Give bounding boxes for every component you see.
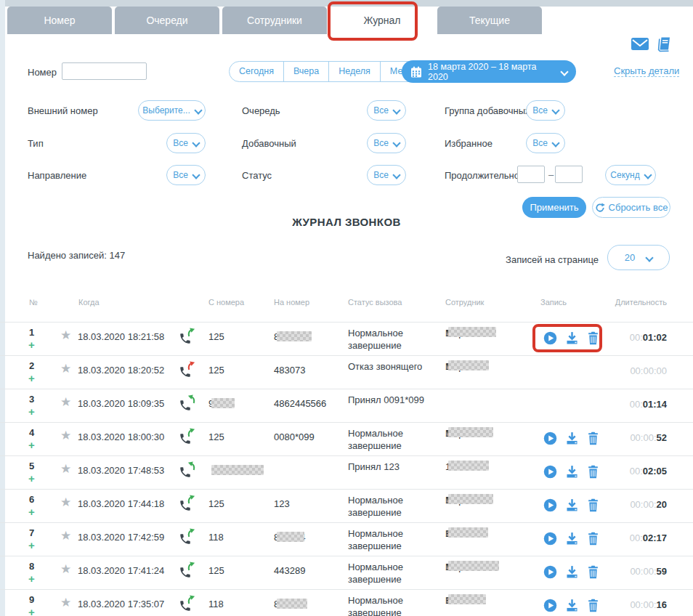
play-record-button[interactable]	[543, 331, 557, 345]
main-tabs: Номер Очереди Сотрудники Журнал Текущие	[7, 7, 542, 34]
call-status: Принял 123	[348, 461, 437, 473]
extension-group-select[interactable]: Все	[526, 100, 565, 121]
favorite-star-icon[interactable]: ★	[60, 596, 71, 609]
tab-zhurnal[interactable]: Журнал	[330, 7, 434, 34]
favorites-select[interactable]: Все	[526, 133, 565, 153]
reset-all-button[interactable]: Сбросить все	[592, 197, 670, 218]
favorite-star-icon[interactable]: ★	[60, 463, 71, 475]
delete-record-button[interactable]	[587, 498, 599, 512]
redacted-block	[448, 594, 486, 604]
delete-record-button[interactable]	[587, 465, 599, 479]
duration-min-input[interactable]	[517, 166, 545, 183]
per-page-select[interactable]: 20	[607, 245, 670, 270]
download-record-button[interactable]	[565, 431, 579, 445]
table-row: 2 + ★ 18.03.2020 18:20:52 125 483073 Отк…	[0, 356, 693, 389]
row-number: 1	[29, 327, 34, 338]
status-select[interactable]: Все	[367, 165, 406, 185]
play-record-button[interactable]	[543, 465, 557, 479]
call-journal-page: Номер Очереди Сотрудники Журнал Текущие …	[0, 0, 693, 616]
chevron-down-icon	[644, 171, 652, 179]
expand-row-button[interactable]: +	[28, 405, 35, 418]
expand-row-button[interactable]: +	[28, 439, 35, 451]
tab-nomer[interactable]: Номер	[7, 7, 112, 34]
play-record-button[interactable]	[543, 532, 557, 546]
record-actions	[543, 565, 599, 579]
apply-button[interactable]: Применить	[522, 197, 586, 218]
delete-record-button[interactable]	[587, 431, 599, 445]
expand-row-button[interactable]: +	[28, 572, 35, 585]
table-row: 4 + ★ 18.03.2020 18:00:30 125 0080*099 Н…	[0, 423, 693, 456]
tab-ocheredi[interactable]: Очереди	[115, 7, 219, 34]
favorite-star-icon[interactable]: ★	[60, 563, 71, 575]
expand-row-button[interactable]: +	[28, 472, 35, 485]
call-status: Принял 0091*099	[348, 394, 437, 406]
outgoing-arrow-icon	[185, 325, 197, 337]
outgoing-arrow-icon	[185, 426, 197, 437]
call-duration: 00:02:05	[630, 466, 667, 477]
call-status: Нормальное завершение	[348, 527, 437, 552]
call-status: Нормальное завершение	[348, 594, 437, 616]
col-record: Запись	[540, 298, 567, 307]
expand-row-button[interactable]: +	[28, 606, 35, 616]
range-yesterday-button[interactable]: Вчера	[283, 62, 328, 81]
range-week-button[interactable]: Неделя	[328, 62, 380, 81]
download-record-button[interactable]	[565, 498, 579, 512]
duration-unit-select[interactable]: Секунд	[605, 165, 656, 185]
range-today-button[interactable]: Сегодня	[230, 62, 283, 81]
favorite-star-icon[interactable]: ★	[60, 329, 71, 341]
expand-row-button[interactable]: +	[28, 339, 35, 351]
delete-record-button[interactable]	[587, 331, 599, 345]
play-record-button[interactable]	[543, 498, 557, 512]
redacted-block	[211, 398, 235, 408]
expand-row-button[interactable]: +	[28, 539, 35, 551]
date-range-picker[interactable]: 18 марта 2020 – 18 марта 2020	[402, 60, 576, 83]
table-row: 3 + ★ 18.03.2020 18:09:35 95347 48624455…	[0, 389, 693, 423]
download-record-button[interactable]	[565, 599, 579, 612]
external-number-label: Внешний номер	[28, 105, 98, 116]
play-record-button[interactable]	[543, 565, 557, 579]
play-record-button[interactable]	[543, 599, 557, 612]
external-number-select[interactable]: Выберите...	[138, 100, 206, 121]
tab-tekushchie[interactable]: Текущие	[437, 7, 542, 34]
call-datetime: 18.03.2020 17:48:53	[78, 465, 164, 476]
hide-details-link[interactable]: Скрыть детали	[614, 65, 679, 77]
download-record-button[interactable]	[565, 565, 579, 579]
call-status: Нормальное завершение	[348, 427, 437, 452]
duration-max-input[interactable]	[555, 166, 583, 183]
status-label: Статус	[242, 170, 272, 181]
call-duration: 00:00:20	[630, 499, 667, 510]
email-icon[interactable]	[631, 38, 649, 51]
favorite-star-icon[interactable]: ★	[60, 496, 71, 508]
delete-record-button[interactable]	[587, 565, 599, 579]
expand-row-button[interactable]: +	[28, 372, 35, 384]
journal-icon[interactable]	[656, 36, 673, 53]
tab-sotrudniki[interactable]: Сотрудники	[222, 7, 327, 34]
download-record-button[interactable]	[565, 331, 579, 345]
outgoing-arrow-icon	[185, 493, 197, 504]
redacted-block	[277, 532, 304, 542]
call-duration: 00:01:14	[630, 399, 667, 410]
call-direction-icon	[179, 363, 198, 381]
call-duration: 00:00:16	[630, 599, 667, 610]
favorite-star-icon[interactable]: ★	[60, 396, 71, 408]
extension-group-label: Группа добавочных	[445, 105, 530, 116]
expand-row-button[interactable]: +	[28, 506, 35, 518]
col-from: С номера	[208, 298, 244, 307]
play-record-button[interactable]	[543, 431, 557, 445]
type-select[interactable]: Все	[166, 133, 206, 153]
direction-select[interactable]: Все	[166, 165, 206, 185]
favorite-star-icon[interactable]: ★	[60, 429, 71, 442]
download-record-button[interactable]	[565, 465, 579, 479]
number-filter-input[interactable]	[62, 62, 147, 80]
number-filter-label: Номер	[28, 67, 57, 78]
favorite-star-icon[interactable]: ★	[60, 530, 71, 542]
queue-select[interactable]: Все	[367, 100, 406, 121]
table-row: 1 + ★ 18.03.2020 18:21:58 125 8915 Норма…	[0, 323, 693, 356]
call-datetime: 18.03.2020 17:42:59	[78, 532, 164, 543]
download-record-button[interactable]	[565, 532, 579, 546]
extension-select[interactable]: Все	[367, 133, 406, 153]
employee: 125 Марина	[445, 494, 538, 506]
delete-record-button[interactable]	[587, 532, 599, 546]
favorite-star-icon[interactable]: ★	[60, 362, 71, 375]
delete-record-button[interactable]	[587, 599, 599, 612]
